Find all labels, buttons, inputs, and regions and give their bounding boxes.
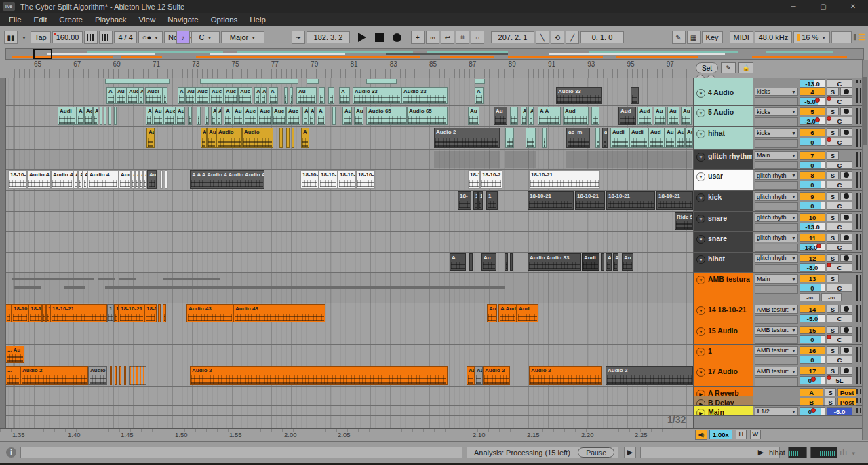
clip-aud[interactable]: Aud bbox=[563, 107, 589, 125]
clip-aud[interactable]: Aud bbox=[648, 128, 665, 148]
routing-chooser[interactable]: glitch rhyth▼ bbox=[755, 254, 798, 263]
track-fold-icon[interactable]: ▼ bbox=[696, 215, 705, 223]
clip-a[interactable]: A bbox=[254, 87, 260, 104]
volume-field[interactable]: -5.0 bbox=[800, 97, 825, 105]
clip[interactable] bbox=[188, 107, 192, 125]
routing-chooser[interactable]: AMB testur:▼ bbox=[755, 305, 798, 314]
clip-a[interactable]: A bbox=[78, 170, 83, 189]
clip-au[interactable]: Au bbox=[475, 366, 483, 385]
routing-chooser[interactable]: AMB testur:▼ bbox=[755, 346, 798, 355]
menu-view[interactable]: View bbox=[133, 16, 162, 24]
clip-18-10-21[interactable]: 18-10-21 bbox=[529, 170, 600, 189]
track-header-b-delay[interactable]: ▶B DelayBSPost bbox=[694, 396, 863, 406]
clip-18-10-[interactable]: 18-10- bbox=[300, 170, 319, 189]
clip-a[interactable]: A bbox=[613, 253, 618, 271]
track-name-cell[interactable]: ▼glitch rhythm bbox=[694, 150, 753, 169]
clip[interactable] bbox=[319, 87, 325, 104]
routing-chooser[interactable]: AMB testur:▼ bbox=[755, 326, 798, 335]
scrollbar-thumb[interactable] bbox=[863, 77, 867, 145]
menu-help[interactable]: Help bbox=[243, 16, 272, 24]
clip--au[interactable]: ... Au bbox=[5, 346, 24, 363]
track-name-cell[interactable]: ▼5 Audio bbox=[694, 106, 753, 126]
volume-field[interactable]: -2.0 bbox=[800, 117, 825, 125]
clip-a[interactable]: A bbox=[269, 87, 278, 104]
clip[interactable] bbox=[307, 79, 319, 84]
track-name-cell[interactable]: ▼17 Audio bbox=[694, 365, 753, 386]
solo-button[interactable]: S bbox=[827, 367, 839, 375]
tap-tempo-button[interactable]: Tap bbox=[31, 31, 51, 43]
track-header-snare[interactable]: ▼snareglitch rhyth▼10S-13.0C bbox=[694, 212, 863, 232]
clip[interactable] bbox=[119, 278, 136, 280]
clip-auc[interactable]: Auc bbox=[163, 107, 176, 125]
clip-auc[interactable]: Auc bbox=[210, 87, 224, 104]
solo-button[interactable]: S bbox=[827, 326, 839, 334]
clip[interactable] bbox=[205, 107, 209, 125]
clip-aud[interactable]: Aud bbox=[517, 304, 538, 322]
clip-audi[interactable]: Audi bbox=[58, 107, 77, 125]
nudge-down-button[interactable] bbox=[84, 31, 98, 44]
routing-chooser[interactable]: kicks▼ bbox=[755, 107, 798, 116]
clip[interactable] bbox=[510, 253, 513, 271]
clip[interactable] bbox=[104, 107, 106, 125]
automation-arm-icon[interactable]: ∞ bbox=[426, 31, 439, 44]
volume-field[interactable]: 0 bbox=[800, 202, 825, 210]
volume-field[interactable]: -8.0 bbox=[800, 263, 825, 272]
clip-audio-4[interactable]: Audio 4 bbox=[27, 170, 51, 189]
volume-field[interactable]: 0 bbox=[800, 356, 825, 364]
track-name-cell[interactable]: ▼hihat bbox=[694, 253, 753, 272]
clip-a[interactable]: A bbox=[301, 128, 309, 148]
clip-audio-2[interactable]: Audio 2 bbox=[190, 366, 448, 385]
arm-record-button[interactable] bbox=[840, 326, 852, 334]
clip-18-10[interactable]: 18-10 bbox=[12, 304, 28, 322]
track-header-1[interactable]: ▼1AMB testur:▼16S0C bbox=[694, 345, 863, 365]
send-field[interactable]: -∞ bbox=[800, 293, 820, 301]
computer-midi-keyboard-icon[interactable]: ▦ bbox=[687, 31, 701, 44]
arm-record-button[interactable] bbox=[840, 88, 852, 96]
pan-field[interactable]: C bbox=[827, 138, 852, 146]
play-button[interactable] bbox=[358, 33, 366, 42]
menu-file[interactable]: File bbox=[3, 16, 28, 24]
arrangement-position-field[interactable]: 182. 3. 2 bbox=[307, 31, 350, 43]
clip[interactable] bbox=[110, 366, 112, 385]
track-number-badge[interactable]: 17 bbox=[800, 367, 825, 375]
track-fold-icon[interactable]: ▶ bbox=[696, 409, 705, 415]
clip-aud[interactable]: Aud bbox=[618, 107, 636, 125]
track-header-kick[interactable]: ▼kickglitch rhyth▼9S0C bbox=[694, 191, 863, 212]
sample-thumbnail[interactable] bbox=[788, 447, 807, 458]
track-number-badge[interactable]: 13 bbox=[800, 274, 825, 282]
arm-record-button[interactable] bbox=[840, 346, 852, 354]
volume-field[interactable]: 0 bbox=[800, 138, 825, 146]
track-number-badge[interactable]: 16 bbox=[800, 346, 825, 354]
return-letter-badge[interactable]: B bbox=[800, 398, 823, 406]
midi-map-button[interactable]: MIDI bbox=[730, 31, 753, 43]
clip[interactable] bbox=[595, 128, 600, 148]
track-name-cell[interactable]: ▼AMB testura bbox=[694, 273, 753, 303]
clip-18-1-[interactable]: 18-1( bbox=[144, 304, 157, 322]
sample-play-icon[interactable]: ▶ bbox=[755, 447, 767, 458]
clip-audio-2[interactable]: Audio 2 bbox=[483, 366, 510, 385]
track-header-glitch-rhythm[interactable]: ▼glitch rhythmMain▼7S0C bbox=[694, 150, 863, 170]
tempo-field[interactable]: 160.00 bbox=[52, 31, 83, 43]
menu-options[interactable]: Options bbox=[205, 16, 244, 24]
clip-audi[interactable]: Audi bbox=[145, 87, 163, 104]
arrangement-area[interactable]: AAuAucAAudiAAuAucAucAucAucAAAAuAAudio 33… bbox=[0, 78, 693, 428]
clip-audio-4[interactable]: Audio 4 bbox=[87, 170, 119, 189]
link-toggle-icon[interactable]: ▮▮ bbox=[4, 31, 18, 44]
height-zoom-button[interactable]: H bbox=[736, 430, 747, 439]
clip-auc[interactable]: Auc bbox=[286, 107, 300, 125]
minimize-button[interactable]: ─ bbox=[778, 3, 808, 10]
set-locator-button[interactable]: Set bbox=[696, 62, 718, 73]
scale-root-menu[interactable]: C▼ bbox=[191, 31, 220, 43]
clip-18-10-21[interactable]: 18-10-21 bbox=[606, 191, 655, 210]
arm-record-button[interactable] bbox=[840, 192, 852, 200]
track-header-5-audio[interactable]: ▼5 Audiokicks▼5S-2.0C bbox=[694, 106, 863, 127]
routing-chooser[interactable]: kicks▼ bbox=[755, 128, 798, 138]
return-letter-badge[interactable]: A bbox=[800, 388, 823, 396]
clip-18-10-21[interactable]: 18-10-21 bbox=[656, 191, 693, 210]
scale-name-menu[interactable]: Major▼ bbox=[221, 31, 264, 43]
track-fold-icon[interactable]: ▶ bbox=[696, 399, 705, 405]
clip-a-audio[interactable]: A Audio bbox=[498, 304, 517, 322]
routing-chooser[interactable]: AMB testur:▼ bbox=[755, 367, 798, 376]
clip-a[interactable]: A bbox=[521, 107, 527, 125]
track-number-badge[interactable]: 15 bbox=[800, 326, 825, 334]
